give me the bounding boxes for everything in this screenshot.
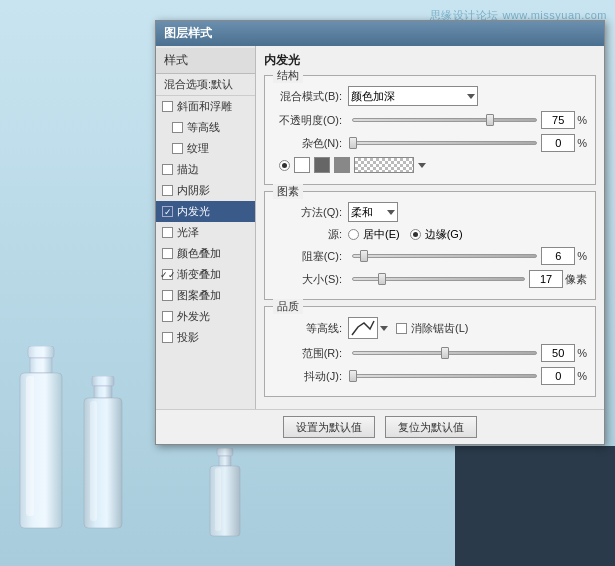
method-dropdown[interactable]: 柔和: [348, 202, 398, 222]
pattern-overlay-checkbox[interactable]: [162, 290, 173, 301]
texture-label: 纹理: [187, 141, 209, 156]
sidebar-item-inner-shadow[interactable]: 内阴影: [156, 180, 255, 201]
structure-content: 混合模式(B): 颜色加深 不透明度(O):: [265, 76, 595, 184]
gradient-arrow[interactable]: [418, 163, 426, 168]
sidebar-item-pattern-overlay[interactable]: 图案叠加: [156, 285, 255, 306]
opacity-label: 不透明度(O):: [273, 113, 348, 128]
range-thumb[interactable]: [441, 347, 449, 359]
bevel-checkbox[interactable]: [162, 101, 173, 112]
outer-glow-checkbox[interactable]: [162, 311, 173, 322]
contour-checkbox[interactable]: [172, 122, 183, 133]
opacity-unit: %: [577, 114, 587, 126]
noise-label: 杂色(N):: [273, 136, 348, 151]
reset-default-button[interactable]: 复位为默认值: [385, 416, 477, 438]
source-control: 居中(E) 边缘(G): [348, 227, 587, 242]
bottle-left-tall: [12, 346, 70, 531]
blend-mode-row: 混合模式(B): 颜色加深: [273, 86, 587, 106]
white-swatch[interactable]: [294, 157, 310, 173]
sidebar-item-outer-glow[interactable]: 外发光: [156, 306, 255, 327]
drop-shadow-checkbox[interactable]: [162, 332, 173, 343]
opacity-thumb[interactable]: [486, 114, 494, 126]
jitter-input[interactable]: [541, 367, 575, 385]
jitter-slider[interactable]: [352, 374, 537, 378]
method-control: 柔和: [348, 202, 587, 222]
dialog-titlebar[interactable]: 图层样式: [156, 21, 604, 46]
choke-input[interactable]: [541, 247, 575, 265]
sidebar-item-inner-glow[interactable]: 内发光: [156, 201, 255, 222]
size-thumb[interactable]: [378, 273, 386, 285]
source-edge-option[interactable]: 边缘(G): [410, 227, 463, 242]
structure-title: 结构: [273, 68, 303, 83]
satin-checkbox[interactable]: [162, 227, 173, 238]
svg-rect-12: [350, 319, 376, 337]
sidebar-item-stroke[interactable]: 描边: [156, 159, 255, 180]
set-default-button[interactable]: 设置为默认值: [283, 416, 375, 438]
size-label: 大小(S):: [273, 272, 348, 287]
bottle-left-short: [78, 376, 128, 531]
blend-options-item[interactable]: 混合选项:默认: [156, 74, 255, 96]
range-slider[interactable]: [352, 351, 537, 355]
dark-swatch[interactable]: [334, 157, 350, 173]
contour-label: 等高线:: [273, 321, 348, 336]
section-header-inner-glow: 内发光: [264, 52, 596, 69]
method-label: 方法(Q):: [273, 205, 348, 220]
noise-input[interactable]: [541, 134, 575, 152]
sidebar-item-texture[interactable]: 纹理: [156, 138, 255, 159]
opacity-slider[interactable]: [352, 118, 537, 122]
sidebar-item-satin[interactable]: 光泽: [156, 222, 255, 243]
antialias-label[interactable]: 消除锯齿(L): [396, 321, 468, 336]
bevel-label: 斜面和浮雕: [177, 99, 232, 114]
color-overlay-checkbox[interactable]: [162, 248, 173, 259]
choke-slider[interactable]: [352, 254, 537, 258]
drop-shadow-label: 投影: [177, 330, 199, 345]
svg-rect-0: [28, 346, 54, 358]
svg-rect-8: [217, 448, 233, 456]
dialog-body: 样式 混合选项:默认 斜面和浮雕 等高线 纹理 描边: [156, 46, 604, 409]
range-input[interactable]: [541, 344, 575, 362]
source-edge-radio[interactable]: [410, 229, 421, 240]
svg-rect-6: [84, 398, 122, 528]
source-center-radio[interactable]: [348, 229, 359, 240]
noise-thumb[interactable]: [349, 137, 357, 149]
blend-mode-dropdown[interactable]: 颜色加深: [348, 86, 478, 106]
sidebar-item-gradient-overlay[interactable]: ✓ 渐变叠加: [156, 264, 255, 285]
jitter-thumb[interactable]: [349, 370, 357, 382]
styles-panel: 样式 混合选项:默认 斜面和浮雕 等高线 纹理 描边: [156, 46, 256, 409]
gradient-swatch[interactable]: [354, 157, 414, 173]
contour-label: 等高线: [187, 120, 220, 135]
source-center-option[interactable]: 居中(E): [348, 227, 400, 242]
source-center-label: 居中(E): [363, 227, 400, 242]
choke-thumb[interactable]: [360, 250, 368, 262]
inner-glow-label: 内发光: [177, 204, 210, 219]
sidebar-item-color-overlay[interactable]: 颜色叠加: [156, 243, 255, 264]
quality-content: 等高线: 消除锯齿(L): [265, 307, 595, 396]
noise-slider[interactable]: [352, 141, 537, 145]
sidebar-item-drop-shadow[interactable]: 投影: [156, 327, 255, 348]
jitter-unit: %: [577, 370, 587, 382]
source-row: 源: 居中(E) 边缘(G): [273, 227, 587, 242]
contour-dropdown-arrow[interactable]: [380, 326, 388, 331]
gradient-overlay-checkbox[interactable]: ✓: [162, 269, 173, 280]
contour-thumbnail[interactable]: [348, 317, 378, 339]
inner-shadow-label: 内阴影: [177, 183, 210, 198]
opacity-row: 不透明度(O): %: [273, 111, 587, 129]
inner-shadow-checkbox[interactable]: [162, 185, 173, 196]
pattern-overlay-label: 图案叠加: [177, 288, 221, 303]
sidebar-item-bevel[interactable]: 斜面和浮雕: [156, 96, 255, 117]
stroke-checkbox[interactable]: [162, 164, 173, 175]
size-slider[interactable]: [352, 277, 525, 281]
stroke-label: 描边: [177, 162, 199, 177]
texture-checkbox[interactable]: [172, 143, 183, 154]
quality-title: 品质: [273, 299, 303, 314]
size-unit: 像素: [565, 272, 587, 287]
color-radio-white[interactable]: [279, 160, 290, 171]
size-row: 大小(S): 像素: [273, 270, 587, 288]
svg-rect-11: [215, 468, 221, 531]
gray-swatch[interactable]: [314, 157, 330, 173]
noise-unit: %: [577, 137, 587, 149]
antialias-checkbox[interactable]: [396, 323, 407, 334]
opacity-input[interactable]: [541, 111, 575, 129]
size-input[interactable]: [529, 270, 563, 288]
sidebar-item-contour[interactable]: 等高线: [156, 117, 255, 138]
inner-glow-checkbox[interactable]: [162, 206, 173, 217]
